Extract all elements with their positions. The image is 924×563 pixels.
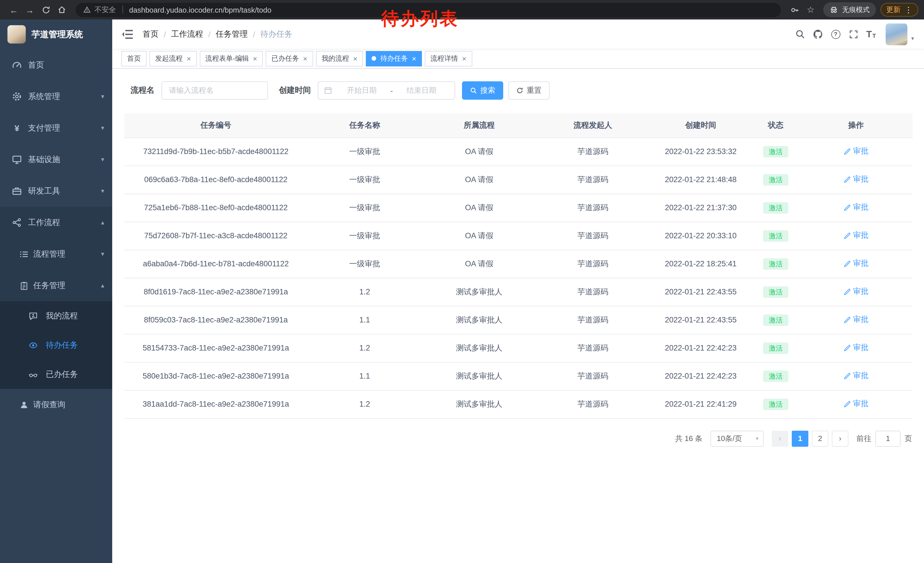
avatar[interactable] bbox=[886, 23, 908, 45]
approve-link[interactable]: 审批 bbox=[843, 399, 868, 409]
sidebar-item-task-management[interactable]: 任务管理 ▴ bbox=[0, 270, 112, 301]
sidebar-item-infrastructure[interactable]: 基础设施 ▾ bbox=[0, 144, 112, 175]
screen: ← → 不安全 dashboard.yudao.iocoder.cn/bpm/t… bbox=[0, 0, 924, 563]
cell-task-id: 381aa1dd-7ac8-11ec-a9e2-a2380e71991a bbox=[124, 390, 308, 418]
goto-page-input[interactable]: 1 bbox=[875, 431, 900, 446]
address-bar[interactable]: 不安全 dashboard.yudao.iocoder.cn/bpm/task/… bbox=[76, 3, 781, 17]
menu-dots-icon[interactable]: ⋮ bbox=[904, 5, 912, 14]
update-button[interactable]: 更新 ⋮ bbox=[880, 3, 918, 17]
header-search-button[interactable] bbox=[791, 25, 809, 43]
tab-my-process[interactable]: 我的流程 × bbox=[316, 51, 363, 66]
cell-status: 激活 bbox=[752, 362, 799, 390]
approve-link[interactable]: 审批 bbox=[843, 287, 868, 297]
cell-initiator: 芋道源码 bbox=[536, 334, 649, 362]
search-icon bbox=[795, 29, 805, 39]
cell-created: 2022-01-21 22:43:55 bbox=[649, 306, 752, 334]
home-button[interactable] bbox=[54, 2, 70, 18]
cell-task-id: 58154733-7ac8-11ec-a9e2-a2380e71991a bbox=[124, 334, 308, 362]
avatar-caret-icon[interactable]: ▼ bbox=[910, 36, 915, 41]
cell-process: 测试多审批人 bbox=[422, 334, 536, 362]
search-button[interactable]: 搜索 bbox=[462, 81, 503, 100]
cell-task-name: 1.2 bbox=[308, 390, 422, 418]
tab-home[interactable]: 首页 bbox=[122, 51, 147, 66]
next-icon: › bbox=[839, 434, 842, 443]
approve-link[interactable]: 审批 bbox=[843, 203, 868, 213]
url-text: dashboard.yudao.iocoder.cn/bpm/task/todo bbox=[129, 6, 272, 14]
close-icon[interactable]: × bbox=[187, 55, 191, 62]
approve-link[interactable]: 审批 bbox=[843, 371, 868, 381]
cell-task-name: 1.1 bbox=[308, 362, 422, 390]
forward-button[interactable]: → bbox=[22, 2, 38, 18]
font-size-button[interactable]: TT bbox=[862, 25, 880, 43]
incognito-icon bbox=[830, 6, 838, 14]
cell-task-id: 725a1eb6-7b88-11ec-8ef0-acde48001122 bbox=[124, 194, 308, 222]
next-page-button[interactable]: › bbox=[832, 431, 848, 446]
page-size-select[interactable]: 10条/页 ▾ bbox=[711, 431, 764, 446]
close-icon[interactable]: × bbox=[353, 55, 357, 62]
navbar-tools: ? TT ▼ bbox=[791, 23, 915, 45]
sidebar-item-process-management[interactable]: 流程管理 ▾ bbox=[0, 238, 112, 270]
reload-icon bbox=[42, 6, 50, 14]
approve-link[interactable]: 审批 bbox=[843, 146, 868, 157]
sidebar-item-payment-management[interactable]: ¥ 支付管理 ▾ bbox=[0, 112, 112, 144]
sidebar-item-todo-tasks[interactable]: 待办任务 bbox=[0, 330, 112, 360]
close-icon[interactable]: × bbox=[412, 55, 416, 62]
search-button-label: 搜索 bbox=[480, 86, 495, 96]
approve-link[interactable]: 审批 bbox=[843, 315, 868, 325]
clipboard-icon bbox=[20, 281, 28, 290]
github-button[interactable] bbox=[809, 25, 826, 43]
cell-task-name: 1.2 bbox=[308, 278, 422, 306]
approve-label: 审批 bbox=[853, 203, 868, 213]
table-row: 381aa1dd-7ac8-11ec-a9e2-a2380e71991a 1.2… bbox=[124, 390, 912, 418]
reload-button[interactable] bbox=[38, 2, 54, 18]
tab-done-tasks[interactable]: 已办任务 × bbox=[266, 51, 313, 66]
workflow-icon bbox=[12, 218, 22, 227]
sidebar-item-workflow[interactable]: 工作流程 ▴ bbox=[0, 207, 112, 238]
back-button[interactable]: ← bbox=[6, 2, 22, 18]
app: 芋道管理系统 首页 系统管理 ▾ ¥ 支付管理 ▾ bbox=[0, 20, 924, 563]
tab-initiate-process[interactable]: 发起流程 × bbox=[149, 51, 196, 66]
tab-process-detail[interactable]: 流程详情 × bbox=[425, 51, 472, 66]
cell-status: 激活 bbox=[752, 334, 799, 362]
sidebar-item-system-management[interactable]: 系统管理 ▾ bbox=[0, 81, 112, 112]
collapse-sidebar-icon[interactable] bbox=[122, 28, 134, 41]
sidebar-item-leave-query[interactable]: 请假查询 bbox=[0, 389, 112, 420]
cell-task-name: 1.1 bbox=[308, 306, 422, 334]
sidebar-item-done-tasks[interactable]: 已办任务 bbox=[0, 360, 112, 389]
sidebar-item-home[interactable]: 首页 bbox=[0, 49, 112, 81]
page-button-2[interactable]: 2 bbox=[812, 431, 828, 446]
end-date-placeholder: 结束日期 bbox=[394, 86, 449, 96]
breadcrumb-home[interactable]: 首页 bbox=[142, 29, 159, 39]
password-key-button[interactable] bbox=[787, 2, 802, 18]
prev-page-button[interactable]: ‹ bbox=[772, 431, 788, 446]
search-icon bbox=[470, 87, 477, 94]
approve-link[interactable]: 审批 bbox=[843, 343, 868, 353]
tab-todo-tasks[interactable]: 待办任务 × bbox=[366, 51, 422, 66]
table-row: 8f059c03-7ac8-11ec-a9e2-a2380e71991a 1.1… bbox=[124, 306, 912, 334]
sidebar-item-dev-tools[interactable]: 研发工具 ▾ bbox=[0, 175, 112, 207]
date-range-picker[interactable]: 开始日期 - 结束日期 bbox=[318, 81, 455, 100]
cell-initiator: 芋道源码 bbox=[536, 194, 649, 222]
help-button[interactable]: ? bbox=[826, 25, 844, 43]
approve-label: 审批 bbox=[853, 287, 868, 297]
close-icon[interactable]: × bbox=[462, 55, 466, 62]
glasses-icon bbox=[28, 370, 38, 379]
approve-link[interactable]: 审批 bbox=[843, 174, 868, 185]
pagination-total: 共 16 条 bbox=[675, 433, 702, 444]
col-action: 操作 bbox=[799, 113, 912, 137]
approve-link[interactable]: 审批 bbox=[843, 258, 868, 269]
sidebar-item-my-process[interactable]: 我的流程 bbox=[0, 301, 112, 330]
process-name-input[interactable]: 请输入流程名 bbox=[162, 81, 268, 100]
close-icon[interactable]: × bbox=[303, 55, 307, 62]
status-badge: 激活 bbox=[763, 146, 788, 157]
approve-link[interactable]: 审批 bbox=[843, 231, 868, 241]
breadcrumb-current: 待办任务 bbox=[260, 29, 292, 39]
close-icon[interactable]: × bbox=[253, 55, 257, 62]
bookmark-button[interactable]: ☆ bbox=[802, 2, 819, 18]
fullscreen-button[interactable] bbox=[844, 25, 862, 43]
breadcrumb-workflow[interactable]: 工作流程 bbox=[171, 29, 203, 39]
breadcrumb-task-management[interactable]: 任务管理 bbox=[216, 29, 248, 39]
reset-button[interactable]: 重置 bbox=[508, 81, 550, 100]
tab-form-edit[interactable]: 流程表单-编辑 × bbox=[200, 51, 263, 66]
page-button-1[interactable]: 1 bbox=[792, 431, 808, 446]
